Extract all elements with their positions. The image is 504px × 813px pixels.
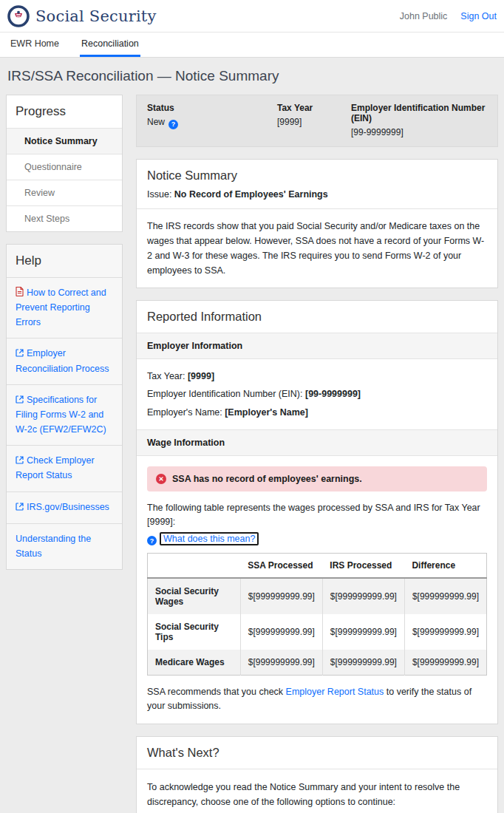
- nav-item-reconciliation[interactable]: Reconciliation: [80, 33, 140, 57]
- employer-ein-label: Employer Identification Number (EIN):: [147, 389, 305, 399]
- wage-table-header-irs: IRS Processed: [322, 554, 404, 579]
- employer-name-label: Employer's Name:: [147, 407, 225, 418]
- status-bar: Status New? Tax Year [9999] Employer Ide…: [136, 95, 498, 147]
- employer-information-block: Tax Year: [9999] Employer Identification…: [137, 359, 497, 429]
- wage-table-header-empty: [148, 554, 241, 579]
- progress-item-questionnaire: Questionnaire: [7, 154, 122, 180]
- error-alert-text: SSA has no record of employees' earnings…: [172, 474, 362, 484]
- medicare-irs-value: $[999999999.99]: [322, 650, 404, 676]
- notice-summary-card: Notice Summary Issue: No Record of Emplo…: [136, 159, 498, 288]
- employer-tax-year-value: [9999]: [188, 371, 214, 381]
- progress-card: Progress Notice Summary Questionnaire Re…: [6, 95, 123, 232]
- wage-table: SSA Processed IRS Processed Difference S…: [147, 553, 487, 676]
- table-intro-text: The following table represents the wages…: [147, 501, 487, 529]
- ss-wages-diff-value: $[999999999.99]: [404, 578, 486, 614]
- external-link-icon: [16, 394, 24, 408]
- help-item: IRS.gov/Businesses: [7, 491, 122, 523]
- tax-year-value: [9999]: [277, 117, 351, 127]
- wage-table-header-difference: Difference: [404, 554, 486, 579]
- ss-wages-ssa-value: $[999999999.99]: [240, 578, 322, 614]
- app-header: Social Security John Public Sign Out: [0, 0, 504, 33]
- employer-name-line: Employer's Name: [Employer's Name]: [147, 404, 487, 421]
- recommend-line: SSA recommends that you check Employer R…: [147, 685, 487, 713]
- help-link-label: Specifications for Filing Forms W-2 and …: [16, 395, 106, 435]
- medicare-ssa-value: $[999999999.99]: [240, 650, 322, 676]
- help-link-reconciliation-process[interactable]: Employer Reconciliation Process: [16, 348, 109, 373]
- employer-report-status-link[interactable]: Employer Report Status: [286, 687, 384, 697]
- employer-tax-year-line: Tax Year: [9999]: [147, 367, 487, 385]
- notice-summary-body: The IRS records show that you paid Socia…: [137, 208, 497, 288]
- error-alert: ✕ SSA has no record of employees' earnin…: [147, 466, 487, 491]
- nav-item-ewr-home[interactable]: EWR Home: [9, 33, 61, 57]
- pdf-icon: [16, 287, 24, 301]
- status-value: New: [147, 117, 165, 127]
- row-label-ss-wages: Social Security Wages: [148, 578, 241, 614]
- help-item: Employer Reconciliation Process: [7, 338, 122, 384]
- status-help-icon[interactable]: ?: [168, 120, 178, 129]
- progress-item-next-steps: Next Steps: [7, 205, 122, 231]
- employer-tax-year-label: Tax Year:: [147, 371, 188, 381]
- row-label-medicare-wages: Medicare Wages: [148, 650, 241, 676]
- progress-title: Progress: [7, 95, 122, 128]
- help-item: Check Employer Report Status: [7, 445, 122, 491]
- main-area: IRS/SSA Reconciliation — Notice Summary …: [0, 58, 504, 813]
- ss-tips-diff-value: $[999999999.99]: [404, 614, 486, 650]
- user-name: John Public: [400, 11, 448, 21]
- reported-information-card: Reported Information Employer Informatio…: [136, 300, 498, 724]
- wage-table-header-row: SSA Processed IRS Processed Difference: [148, 554, 487, 579]
- progress-item-notice-summary[interactable]: Notice Summary: [7, 128, 122, 154]
- help-link-understanding-status[interactable]: Understanding the Status: [16, 534, 91, 558]
- help-link-irs-businesses[interactable]: IRS.gov/Businesses: [16, 502, 109, 512]
- sidebar: Progress Notice Summary Questionnaire Re…: [6, 95, 123, 582]
- help-item: Specifications for Filing Forms W-2 and …: [7, 384, 122, 445]
- whats-next-title: What's Next?: [147, 746, 487, 760]
- external-link-icon: [16, 347, 24, 361]
- content-column: Status New? Tax Year [9999] Employer Ide…: [136, 95, 498, 813]
- wage-table-header-ssa: SSA Processed: [240, 554, 322, 579]
- reported-information-title: Reported Information: [147, 310, 487, 324]
- ein-value: [99-9999999]: [351, 127, 487, 137]
- table-row: Social Security Wages $[999999999.99] $[…: [148, 578, 487, 614]
- main-nav: EWR Home Reconciliation: [0, 33, 504, 58]
- ss-tips-ssa-value: $[999999999.99]: [240, 614, 322, 650]
- help-link-efw2-specs[interactable]: Specifications for Filing Forms W-2 and …: [16, 395, 106, 435]
- help-link-label: How to Correct and Prevent Reporting Err…: [16, 288, 106, 327]
- ssa-logo-icon: [7, 5, 30, 27]
- status-label: Status: [147, 103, 277, 113]
- employer-name-value: [Employer's Name]: [225, 407, 308, 418]
- issue-label: Issue:: [147, 189, 174, 200]
- wage-information-block: ✕ SSA has no record of employees' earnin…: [137, 456, 497, 724]
- help-link-label: IRS.gov/Businesses: [27, 502, 109, 512]
- help-item: How to Correct and Prevent Reporting Err…: [7, 277, 122, 338]
- recommend-prefix: SSA recommends that you check: [147, 687, 286, 697]
- page-title: IRS/SSA Reconciliation — Notice Summary: [7, 68, 498, 84]
- brand-title: Social Security: [35, 7, 157, 25]
- help-title: Help: [7, 245, 122, 277]
- help-link-check-report-status[interactable]: Check Employer Report Status: [16, 455, 95, 480]
- external-link-icon: [16, 455, 24, 469]
- employer-ein-line: Employer Identification Number (EIN): [9…: [147, 385, 487, 403]
- whats-next-intro: To acknowledge you read the Notice Summa…: [147, 780, 487, 809]
- help-link-correct-errors[interactable]: How to Correct and Prevent Reporting Err…: [16, 288, 106, 327]
- issue-value: No Record of Employees' Earnings: [174, 189, 328, 200]
- employer-information-heading: Employer Information: [137, 333, 497, 359]
- help-card: Help How to Correct and Prevent Reportin…: [6, 244, 123, 570]
- table-row: Social Security Tips $[999999999.99] $[9…: [148, 614, 487, 650]
- external-link-icon: [16, 501, 24, 515]
- ss-wages-irs-value: $[999999999.99]: [322, 578, 404, 614]
- employer-ein-value: [99-9999999]: [305, 389, 361, 399]
- table-row: Medicare Wages $[999999999.99] $[9999999…: [148, 650, 487, 676]
- ss-tips-irs-value: $[999999999.99]: [322, 614, 404, 650]
- ssa-brand: Social Security: [7, 5, 157, 27]
- what-does-this-mean-link[interactable]: What does this mean?: [160, 532, 259, 545]
- whats-next-card: What's Next? To acknowledge you read the…: [136, 736, 498, 813]
- help-link-label: Check Employer Report Status: [16, 455, 95, 480]
- wage-information-heading: Wage Information: [137, 429, 497, 456]
- medicare-diff-value: $[999999999.99]: [404, 650, 486, 676]
- progress-item-review: Review: [7, 180, 122, 205]
- help-item: Understanding the Status: [7, 523, 122, 569]
- error-icon: ✕: [156, 474, 166, 484]
- sign-out-link[interactable]: Sign Out: [460, 11, 497, 21]
- row-label-ss-tips: Social Security Tips: [148, 614, 241, 650]
- question-icon[interactable]: ?: [147, 536, 157, 545]
